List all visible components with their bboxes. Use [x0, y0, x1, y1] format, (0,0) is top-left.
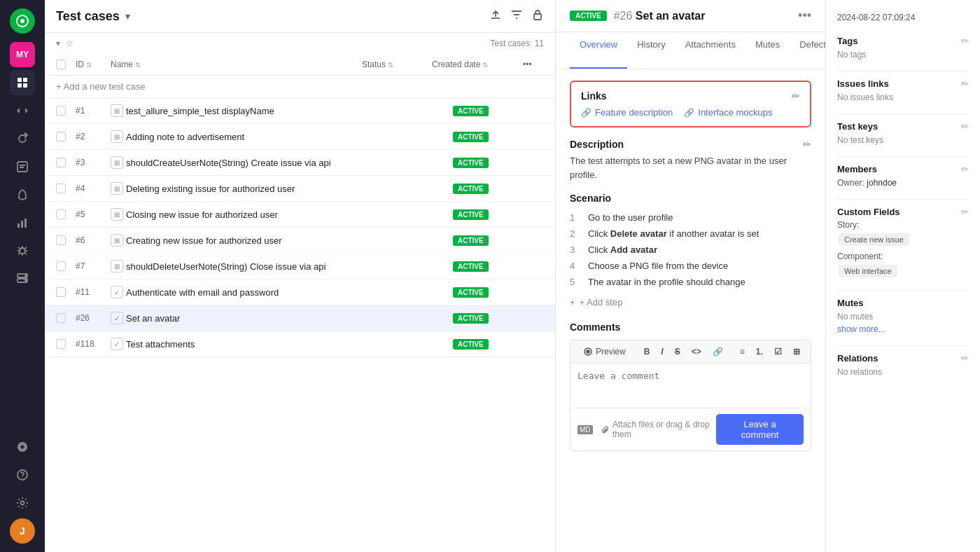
col-name[interactable]: Name ⇅	[111, 60, 362, 69]
col-created-date[interactable]: Created date ⇅	[432, 60, 523, 69]
upload-icon[interactable]	[489, 8, 502, 24]
step-2: 2 Click Delete avatar if another avatar …	[570, 226, 811, 242]
test-case-row[interactable]: #6 ⊞ Creating new issue for authorized u…	[45, 228, 555, 254]
row-checkbox[interactable]	[56, 132, 66, 142]
testkeys-edit-icon[interactable]: ✏	[961, 121, 969, 132]
test-icon: ⊞	[111, 234, 123, 247]
comment-input[interactable]	[570, 364, 811, 406]
strikethrough-button[interactable]: S	[671, 345, 685, 359]
test-case-name: Deleting existing issue for authorized u…	[126, 184, 295, 194]
col-status[interactable]: Status ⇅	[362, 60, 432, 69]
nav-help-icon[interactable]	[10, 462, 35, 488]
nav-bug-icon[interactable]	[10, 238, 35, 263]
tags-title: Tags	[837, 36, 858, 46]
detail-title: #26 Set an avatar	[614, 10, 706, 22]
title-chevron-icon[interactable]: ▾	[125, 11, 130, 22]
my-avatar[interactable]: MY	[10, 42, 35, 67]
checklist-button[interactable]: ☑	[770, 345, 786, 359]
nav-launch-icon[interactable]	[10, 182, 35, 207]
tab-history[interactable]: History	[627, 32, 675, 69]
collapse-icon[interactable]: ▾	[56, 39, 60, 48]
nav-chart-icon[interactable]	[10, 210, 35, 235]
row-checkbox[interactable]	[56, 209, 66, 219]
row-checkbox[interactable]	[56, 261, 66, 271]
detail-content: Links ✏ 🔗 Feature description 🔗 Interfac…	[556, 69, 825, 474]
filter-icon[interactable]	[510, 8, 523, 24]
preview-button[interactable]: Preview	[578, 345, 631, 359]
test-case-name-cell: ✓ Set an avatar	[111, 312, 453, 324]
test-case-name: Adding note to advertisement	[126, 132, 244, 142]
app-logo[interactable]	[10, 8, 35, 34]
lock-icon[interactable]	[531, 8, 544, 24]
custom-fields-edit-icon[interactable]: ✏	[961, 207, 969, 217]
nav-code-icon[interactable]	[10, 98, 35, 123]
relations-edit-icon[interactable]: ✏	[961, 353, 969, 364]
nav-dashboard-icon[interactable]	[10, 70, 35, 95]
add-test-case-row[interactable]: + Add a new test case	[45, 76, 555, 98]
table-button[interactable]: ⊞	[789, 345, 804, 359]
nav-settings-icon[interactable]	[10, 490, 35, 516]
tab-overview[interactable]: Overview	[570, 32, 627, 69]
ordered-list-button[interactable]: 1.	[752, 345, 767, 359]
issues-edit-icon[interactable]: ✏	[961, 78, 969, 89]
add-step-button[interactable]: + + Add step	[570, 294, 811, 310]
row-checkbox[interactable]	[56, 339, 66, 349]
link-interface-mockups[interactable]: 🔗 Interface mockups	[684, 107, 772, 118]
nav-add-icon[interactable]	[10, 434, 35, 460]
status-badge: ACTIVE	[453, 339, 489, 350]
test-case-id: #6	[76, 235, 111, 245]
star-icon[interactable]: ☆	[66, 39, 74, 48]
test-case-row[interactable]: #2 ⊞ Adding note to advertisement ACTIVE	[45, 124, 555, 150]
members-edit-icon[interactable]: ✏	[961, 164, 969, 174]
col-more[interactable]: •••	[523, 60, 544, 69]
row-checkbox[interactable]	[56, 235, 66, 245]
tab-defects[interactable]: Defects	[790, 32, 826, 69]
links-edit-icon[interactable]: ✏	[792, 90, 800, 102]
test-case-row[interactable]: #3 ⊞ shouldCreateUserNote(String) Create…	[45, 150, 555, 176]
attach-files-label[interactable]: Attach files or drag & drop them	[601, 420, 717, 439]
row-checkbox[interactable]	[56, 313, 66, 323]
user-avatar[interactable]: J	[10, 518, 35, 544]
col-id[interactable]: ID ⇅	[76, 60, 111, 69]
nav-tasks-icon[interactable]	[10, 154, 35, 179]
test-keys-title: Test keys	[837, 121, 878, 132]
status-badge: ACTIVE	[453, 106, 489, 116]
tab-attachments[interactable]: Attachments	[676, 32, 746, 69]
row-checkbox[interactable]	[56, 106, 66, 116]
bold-button[interactable]: B	[640, 345, 654, 359]
row-checkbox[interactable]	[56, 158, 66, 167]
code-button[interactable]: <>	[687, 345, 706, 359]
row-checkbox[interactable]	[56, 184, 66, 193]
test-case-row[interactable]: #1 ⊞ test_allure_simple_test displayName…	[45, 98, 555, 124]
markdown-icon: MD	[578, 425, 593, 434]
link-feature-description[interactable]: 🔗 Feature description	[581, 107, 673, 118]
svg-point-16	[21, 502, 24, 505]
relations-value: No relations	[837, 367, 882, 377]
row-checkbox[interactable]	[56, 287, 66, 297]
test-case-name: Creating new issue for authorized user	[126, 235, 282, 246]
links-title: Links	[581, 90, 607, 102]
link-button[interactable]: 🔗	[708, 345, 727, 359]
custom-fields-title: Custom Fields	[837, 207, 900, 217]
tab-mutes[interactable]: Mutes	[746, 32, 790, 69]
test-case-row[interactable]: #26 ✓ Set an avatar ACTIVE	[45, 305, 555, 331]
italic-button[interactable]: I	[657, 345, 667, 359]
test-case-row[interactable]: #118 ✓ Test attachments ACTIVE	[45, 331, 555, 357]
scenario-steps: 1 Go to the user profile 2 Click Delete …	[570, 209, 811, 290]
test-case-row[interactable]: #4 ⊞ Deleting existing issue for authori…	[45, 176, 555, 202]
submit-comment-button[interactable]: Leave a comment	[716, 414, 804, 445]
test-case-row[interactable]: #11 ✓ Authenticate with email and passwo…	[45, 280, 555, 305]
svg-rect-9	[24, 219, 27, 228]
test-case-row[interactable]: #5 ⊞ Closing new issue for authorized us…	[45, 202, 555, 228]
tags-edit-icon[interactable]: ✏	[961, 36, 969, 46]
members-title: Members	[837, 164, 877, 174]
description-edit-icon[interactable]: ✏	[803, 139, 811, 150]
unordered-list-button[interactable]: ≡	[736, 345, 749, 359]
show-more-button[interactable]: show more...	[837, 324, 969, 334]
nav-refresh-icon[interactable]	[10, 126, 35, 151]
detail-more-button[interactable]: •••	[798, 8, 811, 23]
select-all-checkbox[interactable]	[56, 60, 66, 69]
test-case-row[interactable]: #7 ⊞ shouldDeleteUserNote(String) Close …	[45, 254, 555, 280]
nav-storage-icon[interactable]	[10, 266, 35, 291]
status-badge: ACTIVE	[453, 132, 489, 142]
